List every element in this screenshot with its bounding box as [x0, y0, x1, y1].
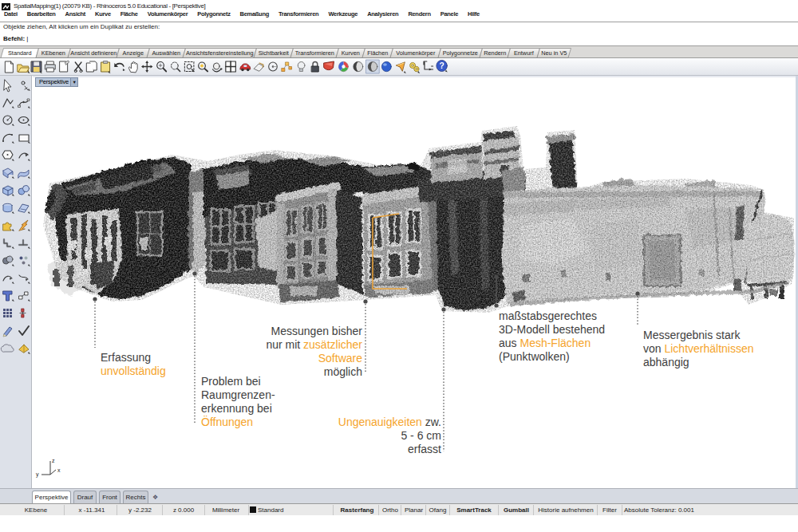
svg-text:KEbenen: KEbenen: [41, 49, 65, 57]
svg-text:?: ?: [439, 61, 444, 70]
svg-text:Kurven: Kurven: [342, 49, 360, 57]
svg-text:Transformieren: Transformieren: [295, 49, 334, 57]
svg-text:Sichtbarkeit: Sichtbarkeit: [259, 49, 289, 57]
svg-text:Neu in V5: Neu in V5: [541, 49, 567, 57]
svg-text:Ansichtsfenstereinstellung: Ansichtsfenstereinstellung: [186, 49, 254, 57]
svg-text:Rendern: Rendern: [484, 49, 506, 57]
svg-text:Volumenkörper: Volumenkörper: [396, 49, 436, 57]
svg-text:Entwurf: Entwurf: [514, 49, 535, 57]
svg-text:Polygonnetze: Polygonnetze: [443, 49, 478, 57]
svg-text:Anzeige: Anzeige: [123, 49, 144, 57]
svg-text:Flächen: Flächen: [367, 49, 388, 57]
svg-text:Ansicht definieren: Ansicht definieren: [70, 49, 117, 57]
svg-text:Standard: Standard: [8, 49, 32, 57]
svg-text:Auswählen: Auswählen: [152, 49, 180, 57]
